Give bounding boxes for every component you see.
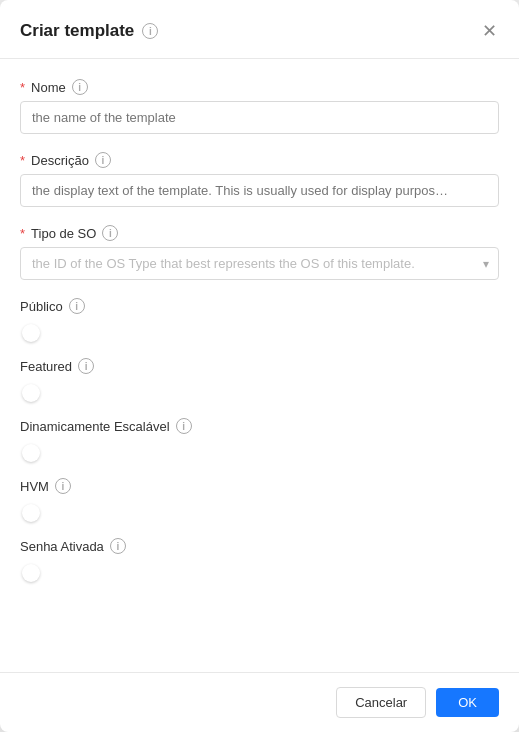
dialog-title-text: Criar template	[20, 21, 134, 41]
dynamically-scalable-label-text: Dinamicamente Escalável	[20, 419, 170, 434]
description-label-text: Descrição	[31, 153, 89, 168]
dialog-header: Criar template i ✕	[0, 0, 519, 59]
public-label-text: Público	[20, 299, 63, 314]
password-enabled-info-icon[interactable]: i	[110, 538, 126, 554]
password-enabled-toggle-thumb	[22, 564, 40, 582]
create-template-dialog: Criar template i ✕ * Nome i * Descrição …	[0, 0, 519, 732]
hvm-label: HVM i	[20, 478, 499, 494]
title-info-icon[interactable]: i	[142, 23, 158, 39]
public-toggle-thumb	[22, 324, 40, 342]
os-type-label: * Tipo de SO i	[20, 225, 499, 241]
os-type-select[interactable]: the ID of the OS Type that best represen…	[20, 247, 499, 280]
description-required-star: *	[20, 153, 25, 168]
featured-toggle-group: Featured i	[20, 358, 499, 400]
featured-label-text: Featured	[20, 359, 72, 374]
dynamically-scalable-label: Dinamicamente Escalável i	[20, 418, 499, 434]
cancel-button[interactable]: Cancelar	[336, 687, 426, 718]
name-info-icon[interactable]: i	[72, 79, 88, 95]
name-label: * Nome i	[20, 79, 499, 95]
dynamically-scalable-info-icon[interactable]: i	[176, 418, 192, 434]
public-toggle-group: Público i	[20, 298, 499, 340]
featured-toggle-thumb	[22, 384, 40, 402]
hvm-toggle-thumb	[22, 504, 40, 522]
os-type-label-text: Tipo de SO	[31, 226, 96, 241]
close-icon: ✕	[482, 20, 497, 42]
name-required-star: *	[20, 80, 25, 95]
hvm-info-icon[interactable]: i	[55, 478, 71, 494]
password-enabled-label: Senha Ativada i	[20, 538, 499, 554]
description-label: * Descrição i	[20, 152, 499, 168]
description-field-group: * Descrição i	[20, 152, 499, 207]
name-field-group: * Nome i	[20, 79, 499, 134]
os-type-field-group: * Tipo de SO i the ID of the OS Type tha…	[20, 225, 499, 280]
ok-button[interactable]: OK	[436, 688, 499, 717]
description-input[interactable]	[20, 174, 499, 207]
hvm-toggle-group: HVM i	[20, 478, 499, 520]
name-label-text: Nome	[31, 80, 66, 95]
description-info-icon[interactable]: i	[95, 152, 111, 168]
featured-label: Featured i	[20, 358, 499, 374]
public-label: Público i	[20, 298, 499, 314]
public-info-icon[interactable]: i	[69, 298, 85, 314]
dynamically-scalable-toggle-group: Dinamicamente Escalável i	[20, 418, 499, 460]
dialog-body: * Nome i * Descrição i * Tipo de SO i	[0, 59, 519, 672]
password-enabled-label-text: Senha Ativada	[20, 539, 104, 554]
dynamically-scalable-toggle-thumb	[22, 444, 40, 462]
close-button[interactable]: ✕	[480, 18, 499, 44]
name-input[interactable]	[20, 101, 499, 134]
dialog-footer: Cancelar OK	[0, 672, 519, 732]
hvm-label-text: HVM	[20, 479, 49, 494]
os-type-info-icon[interactable]: i	[102, 225, 118, 241]
password-enabled-toggle-group: Senha Ativada i	[20, 538, 499, 580]
os-type-required-star: *	[20, 226, 25, 241]
featured-info-icon[interactable]: i	[78, 358, 94, 374]
dialog-title: Criar template i	[20, 21, 158, 41]
os-type-select-wrapper: the ID of the OS Type that best represen…	[20, 247, 499, 280]
